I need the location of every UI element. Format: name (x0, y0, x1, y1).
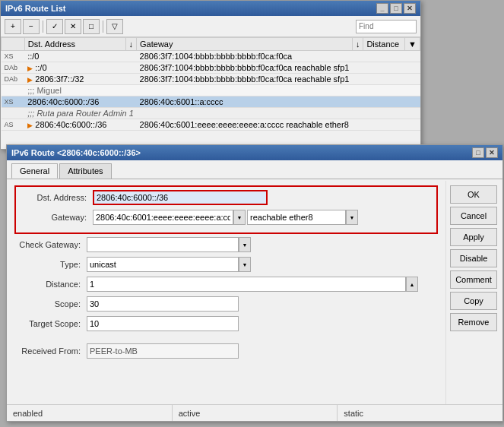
received-from-row: Received From: (14, 343, 438, 359)
row-tag: DAb (2, 74, 25, 85)
gateway-right-input[interactable] (247, 210, 346, 225)
status-bar: enabled active static (7, 404, 502, 421)
maximize-btn[interactable]: □ (390, 3, 402, 14)
table-row[interactable]: DAb ▶ ::/0 2806:3f7:1004:bbbb:bbbb:bbbb:… (2, 62, 420, 74)
row-gateway: 2806:40c:6001:eeee:eeee:eeee:a:cccc reac… (137, 119, 353, 131)
route-detail-title: IPv6 Route <2806:40c:6000::/36> (11, 148, 141, 157)
scope-label: Scope: (14, 299, 87, 308)
col-gateway[interactable]: Gateway (137, 38, 353, 51)
distance-scroll-up[interactable]: ▲ (406, 277, 418, 292)
row-distance (363, 51, 405, 62)
dst-address-label: Dst. Address: (21, 193, 93, 202)
check-gateway-label: Check Gateway: (14, 240, 87, 249)
status-enabled: enabled (7, 405, 173, 421)
col-dst[interactable]: Dst. Address (24, 38, 125, 51)
row-tag: XS (2, 96, 25, 108)
minimize-btn[interactable]: _ (376, 3, 388, 14)
col-sort: ↓ (125, 38, 137, 51)
table-row[interactable]: XS ::/0 2806:3f7:1004:bbbb:bbbb:bbbb:f0c… (2, 51, 420, 62)
tab-general[interactable]: General (11, 163, 58, 179)
type-label: Type: (14, 260, 87, 269)
table-row[interactable]: AS ▶ 2806:40c:6000::/36 2806:40c:6001:ee… (2, 119, 420, 131)
detail-titlebar-buttons: □ ✕ (472, 147, 498, 158)
gateway-input[interactable] (93, 210, 233, 225)
check-gateway-scroll-down[interactable]: ▼ (239, 237, 251, 252)
comment-btn[interactable]: □ (83, 19, 100, 34)
distance-input[interactable] (87, 277, 406, 292)
dst-gateway-group: Dst. Address: Gateway: ▼ ▼ (14, 185, 438, 234)
row-dst: ▶ ::/0 (24, 62, 125, 74)
form-area: Dst. Address: Gateway: ▼ ▼ Check Gateway… (7, 179, 502, 419)
type-input[interactable] (87, 257, 239, 272)
route-table: Dst. Address ↓ Gateway ↓ Distance ▼ XS :… (1, 37, 420, 131)
received-from-label: Received From: (14, 346, 87, 356)
form-spacer (14, 336, 438, 343)
row-tag: DAb (2, 62, 25, 74)
titlebar-buttons: _ □ ✕ (376, 3, 416, 14)
row-gateway: 2806:3f7:1004:bbbb:bbbb:bbbb:f0ca:f0ca r… (137, 62, 353, 74)
status-static: static (338, 405, 502, 421)
gateway-right-scroll-down[interactable]: ▼ (346, 210, 358, 225)
cross-btn[interactable]: ✕ (65, 19, 81, 34)
cancel-button[interactable]: Cancel (450, 207, 497, 225)
check-gateway-row: Check Gateway: ▼ (14, 237, 438, 252)
row-tag: XS (2, 51, 25, 62)
row-distance (363, 96, 405, 108)
route-list-title: IPv6 Route List (5, 4, 65, 13)
received-from-input[interactable] (87, 343, 239, 359)
row-gateway: 2806:3f7:1004:bbbb:bbbb:bbbb:f0ca:f0ca (137, 51, 353, 62)
detail-body: Dst. Address: Gateway: ▼ ▼ Check Gateway… (7, 179, 502, 419)
subgroup-label: ;;; Ruta para Router Admin 1 (24, 108, 404, 119)
dst-address-input[interactable] (93, 190, 268, 205)
remove-button[interactable]: Remove (450, 313, 497, 331)
apply-button[interactable]: Apply (450, 228, 497, 246)
row-distance (363, 62, 405, 74)
target-scope-label: Target Scope: (14, 319, 87, 328)
table-row[interactable]: DAb ▶ 2806:3f7::/32 2806:3f7:1004:bbbb:b… (2, 74, 420, 85)
comment-button[interactable]: Comment (450, 270, 497, 289)
filter-btn[interactable]: ▽ (106, 19, 123, 34)
detail-close-btn[interactable]: ✕ (486, 147, 498, 158)
copy-button[interactable]: Copy (450, 292, 497, 310)
row-dst: ::/0 (24, 51, 125, 62)
check-btn[interactable]: ✓ (46, 19, 63, 34)
check-gateway-input[interactable] (87, 237, 239, 252)
delete-btn[interactable]: − (23, 19, 40, 34)
route-detail-tabs: General Attributes (7, 160, 502, 179)
row-tag: AS (2, 119, 25, 131)
row-dst: ▶ 2806:3f7::/32 (24, 74, 125, 85)
col-scroll: ▼ (405, 38, 420, 51)
toolbar-sep1 (43, 21, 43, 33)
target-scope-input[interactable] (87, 316, 239, 331)
route-detail-window: IPv6 Route <2806:40c:6000::/36> □ ✕ Gene… (6, 144, 503, 422)
add-btn[interactable]: + (5, 19, 21, 34)
table-row-group: ;;; Miguel (2, 85, 420, 96)
gateway-scroll-down[interactable]: ▼ (233, 210, 246, 225)
find-input[interactable] (356, 20, 417, 33)
col-distance[interactable]: Distance (363, 38, 405, 51)
row-gateway: 2806:40c:6001::a:cccc (137, 96, 353, 108)
detail-minimize-btn[interactable]: □ (472, 147, 484, 158)
route-table-container: Dst. Address ↓ Gateway ↓ Distance ▼ XS :… (1, 37, 420, 150)
route-list-toolbar: + − ✓ ✕ □ ▽ (1, 16, 420, 37)
row-dst2 (125, 51, 137, 62)
table-row[interactable]: XS 2806:40c:6000::/36 2806:40c:6001::a:c… (2, 96, 420, 108)
col-sort2: ↓ (352, 38, 363, 51)
row-distance (363, 119, 405, 131)
row-distance (363, 74, 405, 85)
distance-label: Distance: (14, 280, 87, 289)
scope-row: Scope: (14, 296, 438, 312)
scope-input[interactable] (87, 296, 239, 312)
group-label: ;;; Miguel (24, 85, 404, 96)
route-list-titlebar: IPv6 Route List _ □ ✕ (1, 1, 420, 16)
close-btn[interactable]: ✕ (404, 3, 416, 14)
row-dst: 2806:40c:6000::/36 (24, 96, 125, 108)
status-active: active (173, 405, 338, 421)
target-scope-row: Target Scope: (14, 316, 438, 331)
form-content: Dst. Address: Gateway: ▼ ▼ Check Gateway… (7, 179, 445, 369)
tab-attributes[interactable]: Attributes (59, 163, 111, 179)
type-scroll-down[interactable]: ▼ (239, 257, 251, 272)
dst-address-row: Dst. Address: (21, 190, 432, 205)
ok-button[interactable]: OK (450, 185, 497, 204)
disable-button[interactable]: Disable (450, 249, 497, 267)
